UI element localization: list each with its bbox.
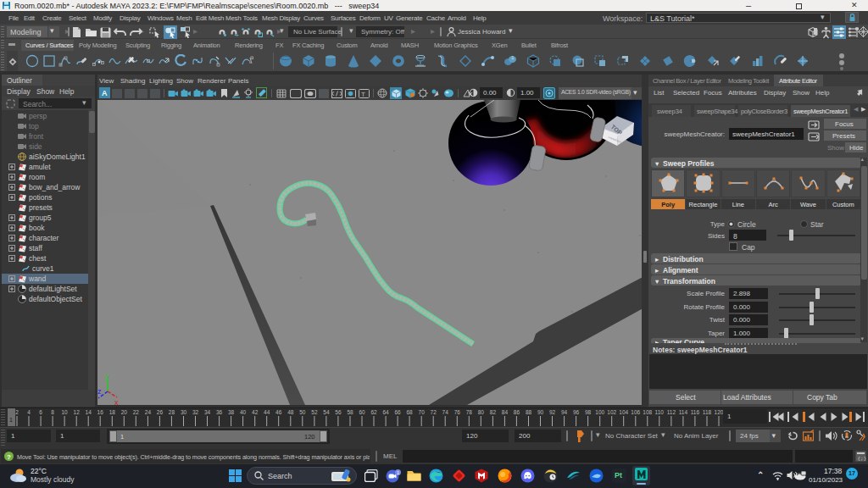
svg-text:56: 56 bbox=[335, 409, 342, 415]
svg-text:46: 46 bbox=[275, 409, 282, 415]
svg-text:?: ? bbox=[7, 453, 11, 461]
svg-text:T: T bbox=[361, 90, 365, 97]
svg-text:102: 102 bbox=[607, 409, 616, 415]
svg-text:16: 16 bbox=[97, 409, 104, 415]
svg-text:116: 116 bbox=[691, 409, 700, 415]
svg-text:108: 108 bbox=[643, 409, 652, 415]
svg-text:110: 110 bbox=[655, 409, 665, 415]
svg-text:44: 44 bbox=[264, 409, 270, 415]
svg-text:4: 4 bbox=[27, 409, 31, 415]
svg-text:62: 62 bbox=[370, 409, 377, 415]
svg-text:76: 76 bbox=[454, 409, 461, 415]
svg-text:66: 66 bbox=[394, 409, 401, 415]
svg-text:114: 114 bbox=[679, 409, 688, 415]
svg-text:x: x bbox=[114, 398, 119, 405]
svg-text:74: 74 bbox=[442, 409, 449, 415]
svg-text:28: 28 bbox=[169, 409, 175, 415]
svg-text:38: 38 bbox=[228, 409, 235, 415]
svg-text:42: 42 bbox=[252, 409, 259, 415]
svg-text:118: 118 bbox=[703, 409, 712, 415]
svg-text:54: 54 bbox=[323, 409, 330, 415]
svg-text:60: 60 bbox=[359, 409, 365, 415]
svg-text:14: 14 bbox=[86, 409, 92, 415]
svg-text:8: 8 bbox=[51, 409, 54, 415]
svg-text:72: 72 bbox=[431, 409, 437, 415]
svg-text:90: 90 bbox=[537, 409, 544, 415]
svg-text:94: 94 bbox=[561, 409, 568, 415]
svg-text:18: 18 bbox=[109, 409, 116, 415]
svg-text:92: 92 bbox=[549, 409, 556, 415]
svg-text:52: 52 bbox=[311, 409, 318, 415]
svg-text:106: 106 bbox=[631, 409, 640, 415]
svg-text:58: 58 bbox=[347, 409, 353, 415]
svg-text:84: 84 bbox=[502, 409, 509, 415]
svg-text:104: 104 bbox=[619, 409, 628, 415]
svg-text:34: 34 bbox=[204, 409, 211, 415]
svg-text:98: 98 bbox=[585, 409, 592, 415]
svg-text:50: 50 bbox=[299, 409, 306, 415]
svg-text:y: y bbox=[105, 372, 109, 380]
svg-text:68: 68 bbox=[406, 409, 413, 415]
svg-text:1: 1 bbox=[397, 470, 399, 475]
svg-text:48: 48 bbox=[287, 409, 294, 415]
svg-text:30: 30 bbox=[181, 409, 187, 415]
svg-text:20: 20 bbox=[121, 409, 128, 415]
svg-text:26: 26 bbox=[157, 409, 164, 415]
svg-text:78: 78 bbox=[466, 409, 473, 415]
svg-text:2: 2 bbox=[15, 409, 19, 415]
svg-text:{;}: {;} bbox=[858, 456, 867, 462]
svg-text:112: 112 bbox=[667, 409, 676, 415]
svg-text:36: 36 bbox=[216, 409, 223, 415]
svg-text:86: 86 bbox=[514, 409, 520, 415]
svg-text:22: 22 bbox=[133, 409, 140, 415]
svg-text:88: 88 bbox=[526, 409, 532, 415]
svg-text:z: z bbox=[97, 387, 102, 396]
svg-text:40: 40 bbox=[240, 409, 247, 415]
svg-text:96: 96 bbox=[573, 409, 580, 415]
svg-text:6: 6 bbox=[39, 409, 42, 415]
svg-text:24: 24 bbox=[145, 409, 152, 415]
svg-text:64: 64 bbox=[382, 409, 389, 415]
svg-text:12: 12 bbox=[74, 409, 81, 415]
svg-text:100: 100 bbox=[595, 409, 604, 415]
svg-text:80: 80 bbox=[478, 409, 485, 415]
svg-text:32: 32 bbox=[192, 409, 199, 415]
svg-text:82: 82 bbox=[490, 409, 497, 415]
svg-text:10: 10 bbox=[61, 409, 68, 415]
svg-text:70: 70 bbox=[419, 409, 426, 415]
